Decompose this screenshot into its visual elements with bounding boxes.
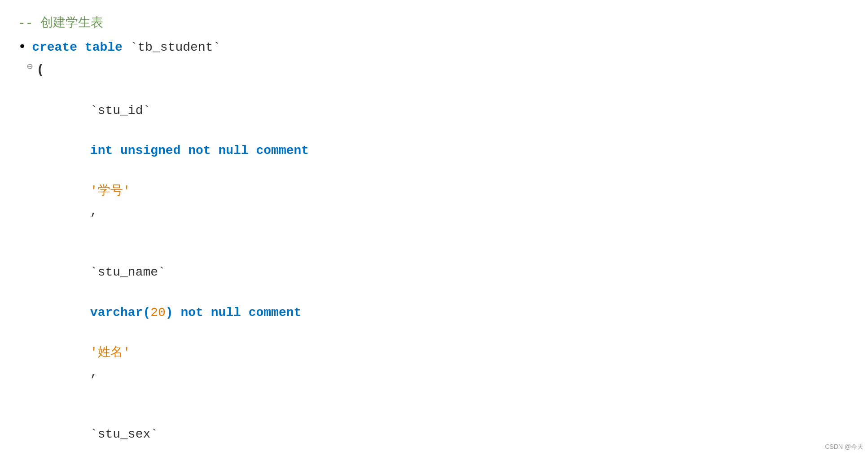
fields-block: `stu_id` int unsigned not null comment '… (45, 81, 850, 456)
field-stu-sex: `stu_sex` boolean default 1 not null com… (45, 404, 850, 456)
table-name: `tb_student` (130, 38, 221, 58)
field-stu-name: `stu_name` varchar(20) not null comment … (45, 242, 850, 403)
comment-text-1: -- 创建学生表 (18, 16, 103, 30)
create-table-line: • create table `tb_student` (18, 35, 850, 58)
create-table-keyword: create table (32, 38, 123, 58)
bullet-point: • (18, 35, 26, 58)
code-block: -- 创建学生表 • create table `tb_student` ⊖ (… (18, 13, 850, 456)
field-stu-id: `stu_id` int unsigned not null comment '… (45, 81, 850, 241)
csdn-watermark: CSDN @今天 (825, 442, 864, 452)
paren-open-row: ⊖ ( (18, 59, 850, 81)
paren-open: ( (36, 59, 44, 81)
collapse-button[interactable]: ⊖ (27, 59, 33, 75)
comment-line-1: -- 创建学生表 (18, 13, 850, 34)
